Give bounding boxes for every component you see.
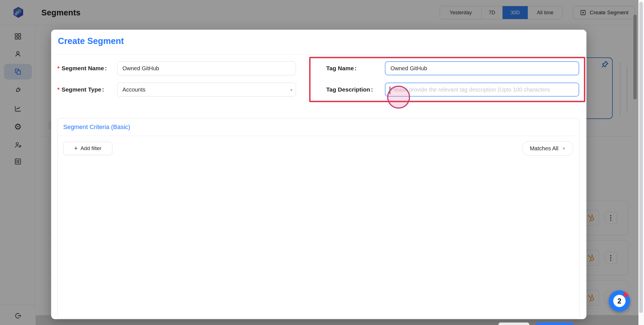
segment-criteria-card: Segment Criteria (Basic) + Add filter Ma… bbox=[57, 118, 580, 318]
add-filter-label: Add filter bbox=[80, 145, 101, 151]
footer-secondary-button[interactable] bbox=[498, 322, 529, 325]
annotation-highlight-rect bbox=[309, 57, 585, 102]
modal-header-divider bbox=[51, 54, 586, 55]
modal-scrollbar-thumb[interactable] bbox=[633, 15, 637, 99]
chat-widget-fab[interactable]: 2 bbox=[609, 290, 630, 312]
segment-type-select[interactable] bbox=[117, 83, 296, 97]
footer-primary-button[interactable] bbox=[536, 322, 573, 325]
plus-icon: + bbox=[74, 145, 78, 152]
annotation-click-circle bbox=[387, 86, 410, 109]
segment-type-label: * Segment Type : bbox=[57, 83, 104, 97]
required-asterisk: * bbox=[57, 86, 60, 93]
modal-title: Create Segment bbox=[58, 36, 124, 46]
segment-name-label: * Segment Name : bbox=[57, 61, 107, 75]
chevron-down-icon: ▼ bbox=[562, 146, 566, 151]
required-asterisk: * bbox=[57, 65, 60, 72]
match-mode-label: Matches All bbox=[530, 145, 558, 152]
add-filter-button[interactable]: + Add filter bbox=[63, 142, 112, 155]
segment-name-input[interactable] bbox=[117, 61, 296, 75]
window-scrollbar-track[interactable] bbox=[638, 0, 644, 325]
criteria-divider bbox=[58, 136, 579, 136]
window-scrollbar-thumb[interactable] bbox=[639, 2, 643, 313]
match-mode-dropdown[interactable]: Matches All ▼ bbox=[522, 141, 574, 156]
criteria-title: Segment Criteria (Basic) bbox=[63, 123, 130, 131]
fab-badge: 2 bbox=[613, 295, 626, 307]
app-root: Segments Yesterday 7D 30D All time Creat… bbox=[0, 0, 644, 325]
